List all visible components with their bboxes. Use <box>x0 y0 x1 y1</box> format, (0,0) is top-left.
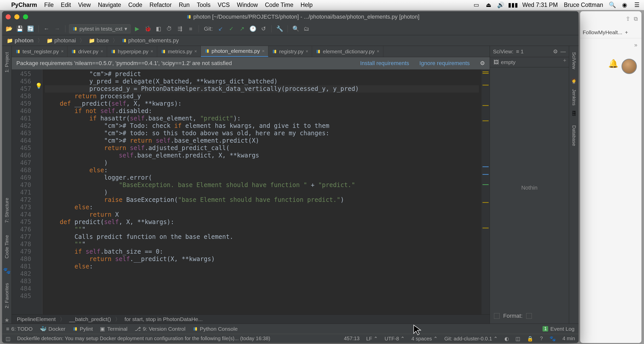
star-icon[interactable]: ★ <box>4 317 9 324</box>
menu-codetime[interactable]: Code Time <box>265 2 293 8</box>
share-icon[interactable]: ⇪ <box>626 16 630 22</box>
profile-icon[interactable]: ⏱ <box>165 24 174 33</box>
new-tab-button[interactable]: + <box>625 29 628 35</box>
vcs-tool-button[interactable]: ⎇9: Version Control <box>135 326 186 332</box>
close-tab-icon[interactable]: × <box>262 48 265 54</box>
git-commit-icon[interactable]: ✓ <box>227 24 236 33</box>
find-in-path-icon[interactable]: 🗂 <box>302 24 311 33</box>
add-tab-icon[interactable]: + <box>560 57 569 67</box>
notification-center-icon[interactable]: ☰ <box>634 2 640 8</box>
database-icon[interactable]: 🗄 <box>571 111 577 117</box>
git-branch[interactable]: Git: add-cluster-0.0.1 ⌃ <box>444 336 498 342</box>
file-encoding[interactable]: UTF-8 ⌃ <box>385 336 405 342</box>
gear-icon[interactable]: ⚙ <box>553 48 558 55</box>
jenkins-tool-button[interactable]: Jenkins <box>571 89 577 105</box>
inspection-icon[interactable]: ◐ <box>504 336 509 342</box>
python-console-tool-button[interactable]: Python Console <box>193 326 238 332</box>
close-tab-icon[interactable]: × <box>194 49 197 54</box>
database-tool-button[interactable]: Database <box>571 122 577 150</box>
editor-tab[interactable]: hyperpipe.py× <box>107 46 157 57</box>
sciview-tool-button[interactable]: SciView <box>571 48 577 73</box>
editor-tab[interactable]: element_dictionary.py× <box>312 46 383 57</box>
concurrency-icon[interactable]: ⇶ <box>176 24 184 33</box>
jenkins-icon[interactable]: 🤵 <box>571 78 577 84</box>
close-tab-icon[interactable]: × <box>377 49 379 54</box>
nav-crumb-file[interactable]: photon_elements.py <box>120 36 181 45</box>
fold-gutter[interactable]: 💡 <box>35 69 42 314</box>
menubar-app-name[interactable]: PyCharm <box>11 2 37 8</box>
forward-icon[interactable]: → <box>53 24 62 33</box>
git-revert-icon[interactable]: ↺ <box>259 24 268 33</box>
codetime-tool-button[interactable]: Code Time <box>4 231 10 262</box>
window-close-button[interactable] <box>6 14 11 19</box>
menu-code[interactable]: Code <box>128 2 142 8</box>
todo-tool-button[interactable]: ≡6: TODO <box>6 326 33 332</box>
intention-bulb-icon[interactable]: 💡 <box>35 83 42 89</box>
minimize-panel-icon[interactable]: — <box>560 48 566 55</box>
menu-view[interactable]: View <box>78 2 91 8</box>
open-icon[interactable]: 📂 <box>5 24 13 33</box>
paw-icon[interactable]: 🐾 <box>3 267 11 274</box>
lock-icon[interactable]: 🔒 <box>527 336 533 342</box>
page-forward-icon[interactable]: » <box>634 42 637 48</box>
close-tab-icon[interactable]: × <box>61 49 64 54</box>
cursor-position[interactable]: 457:13 <box>344 336 360 341</box>
save-icon[interactable]: 💾 <box>15 24 24 33</box>
banner-settings-icon[interactable]: ⚙ <box>480 60 485 67</box>
menu-navigate[interactable]: Navigate <box>98 2 121 8</box>
pylint-tool-button[interactable]: Pylint <box>73 326 93 332</box>
event-log-button[interactable]: 1Event Log <box>543 326 574 332</box>
terminal-tool-button[interactable]: ▣Terminal <box>100 326 127 332</box>
indent-setting[interactable]: 4 spaces ⌃ <box>411 336 438 342</box>
install-requirements-link[interactable]: Install requirements <box>360 60 409 67</box>
menubar-user[interactable]: Bruce Cottman <box>564 2 603 8</box>
screen-mirror-icon[interactable]: ▭ <box>473 2 479 8</box>
coverage-icon[interactable]: ◧ <box>154 24 163 33</box>
back-icon[interactable]: ← <box>42 24 51 33</box>
sciview-tab-empty[interactable]: 🖼 empty <box>490 57 519 67</box>
breadcrumb-item[interactable]: __batch_predict() <box>69 316 111 322</box>
code-editor[interactable]: 455 456 457 458 459 460 461 462 463 464 … <box>12 69 490 314</box>
breadcrumb-item[interactable]: for start, stop in PhotonDataHe... <box>124 316 203 322</box>
browser-tab[interactable]: FollowMyHealt... <box>583 29 622 35</box>
menu-file[interactable]: File <box>44 2 54 8</box>
project-tool-button[interactable]: 1: Project <box>4 48 10 76</box>
git-pull-icon[interactable]: ↙ <box>216 24 225 33</box>
paw-status-icon[interactable]: 🐾 <box>549 336 556 342</box>
close-tab-icon[interactable]: × <box>151 49 153 54</box>
run-icon[interactable]: ▶ <box>133 24 141 33</box>
editor-tab[interactable]: registry.py× <box>268 46 312 57</box>
settings-icon[interactable]: 🔧 <box>275 24 284 33</box>
eject-icon[interactable]: ⏏ <box>486 2 492 8</box>
docker-tool-button[interactable]: 🐳Docker <box>40 326 66 332</box>
volume-icon[interactable]: 🔊 <box>498 2 504 8</box>
menu-window[interactable]: Window <box>237 2 258 8</box>
tabs-icon[interactable]: ⧉ <box>634 16 638 22</box>
menubar-clock[interactable]: Wed 7:31 PM <box>522 2 558 8</box>
menu-refactor[interactable]: Refactor <box>150 2 172 8</box>
run-config-dropdown[interactable]: pytest in tests_ext ▾ <box>69 24 131 33</box>
menu-edit[interactable]: Edit <box>61 2 71 8</box>
editor-tab[interactable]: test_register.py× <box>12 46 67 57</box>
sciview-list-icon[interactable]: ≡ 1 <box>516 48 524 55</box>
battery-icon[interactable]: ▮▮▮ <box>510 2 516 8</box>
editor-tab[interactable]: driver.py× <box>67 46 107 57</box>
codetime-icon[interactable]: ? <box>540 336 543 341</box>
git-history-icon[interactable]: 🕐 <box>248 24 257 33</box>
nav-crumb-1[interactable]: 📁 photonai <box>44 36 78 45</box>
editor-tab[interactable]: photon_elements.py× <box>201 46 269 57</box>
menu-run[interactable]: Run <box>179 2 190 8</box>
structure-tool-button[interactable]: 7: Structure <box>4 194 10 226</box>
sync-icon[interactable]: 🔄 <box>26 24 35 33</box>
window-zoom-button[interactable] <box>23 14 28 19</box>
mem-indicator-icon[interactable]: ◫ <box>515 336 520 342</box>
user-avatar[interactable] <box>622 59 637 74</box>
spotlight-icon[interactable]: 🔍 <box>609 2 615 8</box>
debug-icon[interactable]: 🐞 <box>143 24 152 33</box>
search-icon[interactable]: 🔍 <box>291 24 300 33</box>
git-push-icon[interactable]: ↗ <box>238 24 246 33</box>
line-separator[interactable]: LF ⌃ <box>366 336 378 342</box>
ignore-requirements-link[interactable]: Ignore requirements <box>419 60 470 67</box>
editor-minimap[interactable] <box>481 69 490 314</box>
status-panel-toggle-icon[interactable]: ◫ <box>6 336 10 342</box>
